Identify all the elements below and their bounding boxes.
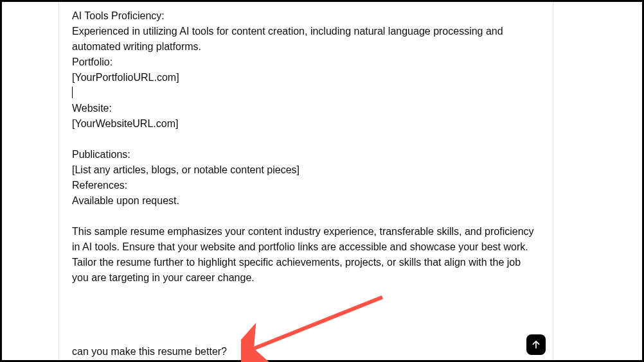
- blank-line: [72, 209, 540, 224]
- text-cursor: [72, 87, 73, 98]
- msg-line: [YourPortfolioURL.com]: [72, 70, 540, 85]
- msg-line: Publications:: [72, 147, 540, 162]
- msg-line: [YourWebsiteURL.com]: [72, 116, 540, 132]
- msg-line: This sample resume emphasizes your conte…: [72, 224, 540, 286]
- assistant-message: AI Tools Proficiency: Experienced in uti…: [72, 8, 540, 286]
- blank-line: [72, 132, 540, 147]
- send-button[interactable]: [526, 334, 546, 355]
- msg-line: Portfolio:: [72, 55, 540, 70]
- cursor-line: [72, 85, 540, 101]
- msg-line: Website:: [72, 101, 540, 116]
- app-frame: AI Tools Proficiency: Experienced in uti…: [0, 0, 644, 362]
- user-prompt-input[interactable]: can you make this resume better?: [72, 346, 227, 358]
- msg-line: References:: [72, 178, 540, 193]
- msg-line: Experienced in utilizing AI tools for co…: [72, 24, 540, 55]
- msg-line: [List any articles, blogs, or notable co…: [72, 162, 540, 178]
- arrow-up-icon: [531, 340, 541, 350]
- chat-column: AI Tools Proficiency: Experienced in uti…: [58, 2, 553, 360]
- msg-line: AI Tools Proficiency:: [72, 8, 540, 24]
- msg-line: Available upon request.: [72, 193, 540, 209]
